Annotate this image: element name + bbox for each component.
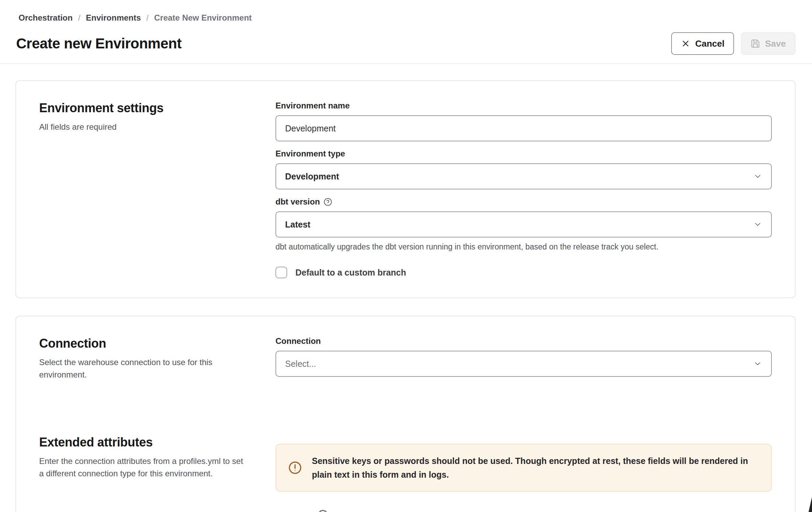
environment-settings-subheading: All fields are required [39,121,245,133]
dbt-version-field: dbt version Latest [275,197,772,252]
chevron-down-icon [753,220,762,229]
sensitive-keys-warning-banner: Sensitive keys or passwords should not b… [275,444,772,492]
connection-heading: Connection [39,336,252,351]
cancel-button[interactable]: Cancel [671,32,734,55]
environment-name-input[interactable] [275,115,772,141]
alert-circle-icon [288,461,302,475]
create-environment-page: Orchestration / Environments / Create Ne… [0,0,812,512]
connection-description: Select the warehouse connection to use f… [39,356,245,381]
environment-type-value: Development [285,172,339,182]
environment-settings-card: Environment settings All fields are requ… [15,80,796,298]
dbt-version-label-text: dbt version [275,197,320,207]
chevron-down-icon [753,359,762,368]
environment-type-label: Environment type [275,149,772,159]
environment-type-field: Environment type Development [275,149,772,189]
breadcrumb-current-page: Create New Environment [154,13,252,23]
breadcrumb-orchestration[interactable]: Orchestration [19,13,72,23]
connection-label: Connection [275,336,772,346]
page-header: Create new Environment Cancel Save [16,32,796,55]
connection-card: Connection Select the warehouse connecti… [15,316,796,512]
cancel-button-label: Cancel [695,38,724,49]
question-circle-icon[interactable] [323,197,332,207]
environment-settings-heading: Environment settings [39,101,252,115]
environment-type-select[interactable]: Development [275,163,772,189]
extended-attributes-heading: Extended attributes [39,435,252,450]
header-actions: Cancel Save [671,32,796,55]
page-title: Create new Environment [16,35,181,52]
breadcrumb-separator: / [78,13,80,23]
breadcrumb: Orchestration / Environments / Create Ne… [19,13,796,23]
dbt-version-value: Latest [285,220,311,230]
connection-field: Connection Select... [275,336,772,377]
extended-attributes-description: Enter the connection attributes from a p… [39,455,245,480]
connection-placeholder: Select... [285,359,316,369]
warning-message: Sensitive keys or passwords should not b… [312,454,759,481]
custom-branch-checkbox[interactable] [275,267,287,278]
environment-name-field: Environment name [275,101,772,141]
extended-attributes-section: Extended attributes Enter the connection… [39,435,772,492]
chevron-down-icon [753,172,762,181]
environment-name-label: Environment name [275,101,772,110]
dbt-version-label: dbt version [275,197,772,207]
x-icon [681,39,690,48]
breadcrumb-separator: / [146,13,149,23]
connection-section: Connection Select the warehouse connecti… [39,336,772,384]
breadcrumb-environments[interactable]: Environments [86,13,141,23]
save-button-label: Save [765,38,786,49]
custom-branch-row: Default to a custom branch [275,267,772,278]
connection-select[interactable]: Select... [275,351,772,377]
dbt-version-select[interactable]: Latest [275,211,772,237]
header-divider [0,63,812,64]
floppy-disk-icon [751,39,760,48]
save-button[interactable]: Save [741,32,796,55]
dbt-version-help-text: dbt automatically upgrades the dbt versi… [275,242,772,252]
custom-branch-label: Default to a custom branch [295,268,406,278]
